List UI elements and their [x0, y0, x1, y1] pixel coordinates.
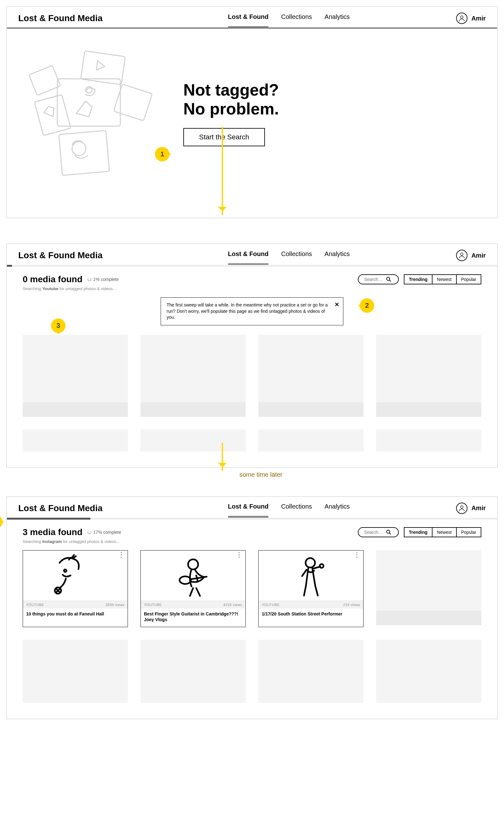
skeleton-card	[376, 429, 481, 451]
svg-point-9	[461, 253, 463, 256]
media-meta: YOUTUBE 219 views	[259, 601, 363, 608]
user-name: Amir	[471, 15, 486, 22]
nav-lost-and-found[interactable]: Lost & Found	[228, 250, 269, 261]
nav-collections[interactable]: Collections	[281, 250, 312, 261]
skeleton-card	[140, 335, 246, 417]
user-menu[interactable]: Amir	[456, 13, 486, 24]
svg-point-12	[387, 530, 390, 533]
media-thumbnail: ⋮	[23, 550, 128, 601]
svg-point-18	[320, 564, 324, 568]
skeleton-card	[376, 335, 481, 417]
media-card[interactable]: ⋮ YOUTUBE 219 views 1/17/20 South Statio…	[258, 550, 364, 627]
start-search-button[interactable]: Start the Search	[183, 128, 265, 146]
skeleton-card	[23, 335, 128, 417]
nav-lost-and-found[interactable]: Lost & Found	[228, 503, 269, 513]
skeleton-card	[258, 335, 364, 417]
frame-hero: Lost & Found Media Lost & Found Collecti…	[6, 6, 498, 218]
skeleton-card	[376, 640, 481, 703]
sort-popular[interactable]: Popular	[457, 528, 481, 537]
app-header: Lost & Found Media Lost & Found Collecti…	[7, 244, 497, 266]
search-input-wrapper[interactable]	[358, 527, 399, 537]
media-title: 10 things you must do at Faneuil Hall	[26, 611, 124, 617]
nav-analytics[interactable]: Analytics	[324, 13, 350, 24]
main-nav: Lost & Found Collections Analytics	[122, 250, 456, 261]
svg-point-17	[306, 558, 315, 567]
svg-point-10	[387, 277, 390, 280]
search-icon	[386, 529, 392, 535]
results-grid: ⋮ YOUTUBE 3509 views 10 things you must …	[23, 550, 481, 703]
skeleton-card	[23, 429, 128, 451]
nav-collections[interactable]: Collections	[281, 503, 312, 513]
avatar-icon	[456, 503, 467, 514]
svg-rect-8	[29, 66, 60, 95]
nav-lost-and-found[interactable]: Lost & Found	[228, 13, 269, 24]
search-input-wrapper[interactable]	[358, 274, 399, 285]
app-header: Lost & Found Media Lost & Found Collecti…	[7, 497, 497, 518]
sort-trending[interactable]: Trending	[404, 528, 432, 537]
media-title: Best Finger Style Guitarist in Cambridge…	[144, 611, 242, 623]
skeleton-card	[258, 640, 364, 703]
scan-status-text: Searching Instagram for untagged photos …	[23, 539, 121, 544]
results-heading: 3 media found 17% complete	[23, 527, 121, 537]
annotation-marker-4: 4	[0, 514, 3, 529]
svg-rect-4	[34, 95, 71, 135]
search-icon	[386, 276, 392, 283]
search-input[interactable]	[364, 277, 383, 282]
media-title: 1/17/20 South Station Street Performer	[262, 611, 360, 617]
avatar-icon	[456, 250, 467, 261]
card-menu-icon[interactable]: ⋮	[354, 553, 360, 556]
user-name: Amir	[471, 504, 486, 512]
svg-point-11	[461, 506, 463, 508]
card-menu-icon[interactable]: ⋮	[236, 553, 242, 556]
svg-point-0	[461, 16, 463, 18]
nav-collections[interactable]: Collections	[281, 13, 312, 24]
svg-rect-5	[114, 84, 152, 121]
nav-analytics[interactable]: Analytics	[324, 503, 350, 513]
brand: Lost & Found Media	[18, 250, 103, 261]
media-card[interactable]: ⋮ YOUTUBE 4159 views Best Finger Style G…	[140, 550, 246, 627]
hero-illustration	[20, 47, 177, 180]
sort-newest[interactable]: Newest	[432, 528, 457, 537]
flow-label-later: some time later	[239, 471, 283, 478]
close-icon[interactable]: ✕	[335, 301, 339, 309]
sort-trending[interactable]: Trending	[404, 275, 432, 284]
user-menu[interactable]: Amir	[456, 503, 486, 514]
skeleton-card	[140, 429, 246, 451]
user-menu[interactable]: Amir	[456, 250, 486, 261]
first-scan-tooltip: The first sweep will take a while. In th…	[161, 297, 343, 325]
sort-newest[interactable]: Newest	[432, 275, 457, 284]
nav-analytics[interactable]: Analytics	[324, 250, 350, 261]
svg-point-15	[188, 559, 198, 569]
annotation-marker-3: 3	[51, 319, 66, 333]
search-input[interactable]	[364, 530, 383, 535]
media-thumbnail: ⋮	[141, 550, 245, 601]
avatar-icon	[456, 13, 467, 24]
sort-popular[interactable]: Popular	[457, 275, 481, 284]
hero-section: Not tagged? No problem. Start the Search…	[7, 28, 497, 218]
frame-searching: Lost & Found Media Lost & Found Collecti…	[6, 244, 498, 468]
media-thumbnail: ⋮	[259, 550, 363, 601]
main-nav: Lost & Found Collections Analytics	[122, 503, 456, 513]
scan-progress-label: 17% complete	[88, 530, 121, 535]
annotation-marker-2: 2	[360, 298, 374, 313]
brand: Lost & Found Media	[18, 503, 103, 513]
app-header: Lost & Found Media Lost & Found Collecti…	[7, 7, 497, 28]
svg-rect-2	[57, 79, 120, 126]
media-meta: YOUTUBE 3509 views	[23, 601, 128, 608]
spinner-icon	[88, 530, 91, 534]
flow-arrow-2	[222, 443, 223, 471]
main-nav: Lost & Found Collections Analytics	[122, 13, 456, 24]
brand: Lost & Found Media	[18, 13, 103, 23]
card-menu-icon[interactable]: ⋮	[118, 553, 124, 556]
user-name: Amir	[471, 252, 486, 259]
skeleton-card	[376, 550, 481, 625]
svg-rect-1	[81, 51, 125, 84]
scan-progress-bar	[7, 518, 497, 520]
annotation-marker-1: 1	[155, 147, 169, 161]
spinner-icon	[88, 278, 91, 281]
svg-point-16	[180, 576, 191, 584]
media-card[interactable]: ⋮ YOUTUBE 3509 views 10 things you must …	[23, 550, 128, 627]
skeleton-card	[258, 429, 364, 451]
hero-title: Not tagged? No problem.	[183, 81, 484, 118]
scan-progress-label: 1% complete	[88, 277, 119, 282]
